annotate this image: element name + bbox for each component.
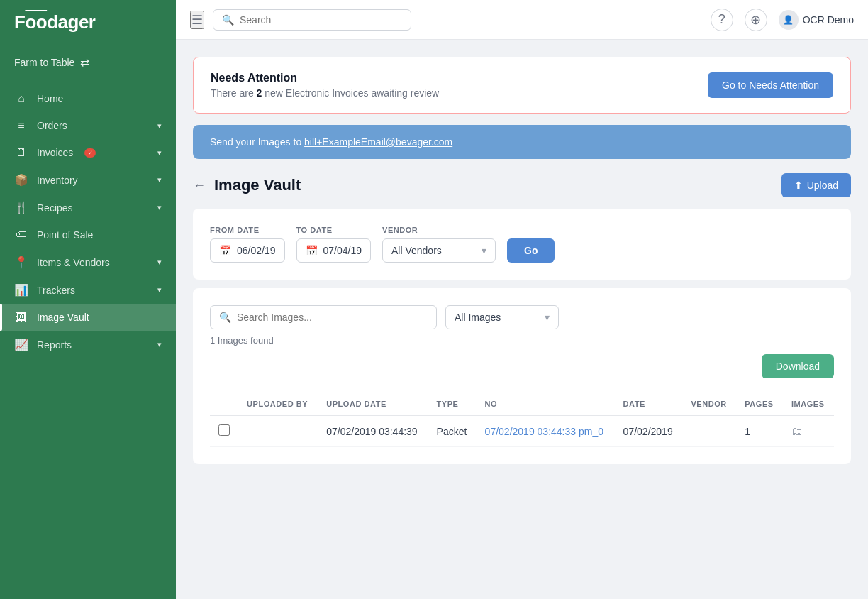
- menu-toggle-button[interactable]: ☰: [190, 11, 204, 29]
- images-table: UPLOADED BY UPLOAD DATE TYPE NO DATE VEN…: [210, 392, 834, 447]
- sidebar-item-orders[interactable]: ≡ Orders ▾: [0, 112, 176, 139]
- vendor-field: VENDOR All Vendors ▾: [382, 226, 496, 263]
- search-images-box: 🔍: [210, 305, 437, 329]
- trackers-icon: 📊: [14, 283, 28, 297]
- sidebar-item-home[interactable]: ⌂ Home: [0, 85, 176, 112]
- home-icon: ⌂: [14, 92, 28, 105]
- vendor-value: All Vendors: [391, 245, 442, 256]
- row-checkbox[interactable]: [218, 424, 230, 436]
- to-date-label: TO DATE: [296, 226, 372, 234]
- table-body: 07/02/2019 03:44:39 Packet 07/02/2019 03…: [210, 416, 834, 447]
- needs-attention-title: Needs Attention: [211, 72, 439, 84]
- items-vendors-icon: 📍: [14, 255, 28, 269]
- help-icon[interactable]: ?: [711, 9, 733, 31]
- row-images[interactable]: 🗂: [783, 416, 834, 447]
- chevron-down-icon: ▾: [157, 148, 162, 158]
- table-row: 07/02/2019 03:44:39 Packet 07/02/2019 03…: [210, 416, 834, 447]
- col-images: IMAGES: [783, 392, 834, 416]
- search-input[interactable]: [240, 14, 402, 26]
- chevron-down-icon: ▾: [157, 340, 162, 349]
- logo-area: Foodager: [0, 0, 176, 45]
- chevron-down-icon: ▾: [482, 245, 486, 256]
- image-vault-icon: 🖼: [14, 311, 28, 324]
- sidebar-item-recipes[interactable]: 🍴 Recipes ▾: [0, 194, 176, 221]
- sidebar-item-items-vendors[interactable]: 📍 Items & Vendors ▾: [0, 248, 176, 276]
- email-banner: Send your Images to bill+ExampleEmail@be…: [193, 125, 851, 159]
- images-type-value: All Images: [455, 312, 501, 323]
- sidebar-item-label: Reports: [37, 339, 72, 351]
- back-button[interactable]: ←: [193, 178, 206, 193]
- sidebar-item-reports[interactable]: 📈 Reports ▾: [0, 331, 176, 358]
- avatar: 👤: [779, 10, 799, 30]
- col-vendor: VENDOR: [682, 392, 736, 416]
- chevron-down-icon: ▾: [157, 203, 162, 212]
- page-title-row: ← Image Vault: [193, 176, 301, 194]
- sidebar-item-label: Trackers: [37, 285, 75, 296]
- row-no[interactable]: 07/02/2019 03:44:33 pm_0: [477, 416, 615, 447]
- chevron-down-icon: ▾: [545, 312, 550, 323]
- sidebar-item-label: Image Vault: [37, 312, 89, 323]
- from-date-field: FROM DATE 📅 06/02/19: [210, 226, 285, 263]
- vendor-select[interactable]: All Vendors ▾: [382, 238, 496, 263]
- sidebar-item-label: Point of Sale: [37, 229, 93, 241]
- page-title: Image Vault: [214, 176, 301, 194]
- calendar-icon: 📅: [219, 245, 231, 256]
- page-header: ← Image Vault ⬆ Upload: [193, 173, 851, 197]
- sidebar-item-label: Inventory: [37, 175, 78, 186]
- chevron-down-icon: ▾: [157, 121, 162, 131]
- swap-icon: ⇄: [80, 55, 89, 69]
- col-upload-date: UPLOAD DATE: [318, 392, 428, 416]
- inventory-icon: 📦: [14, 173, 28, 187]
- images-count: 1 Images found: [210, 335, 834, 346]
- orders-icon: ≡: [14, 119, 28, 132]
- sidebar-item-inventory[interactable]: 📦 Inventory ▾: [0, 166, 176, 194]
- user-name: OCR Demo: [803, 14, 854, 26]
- sidebar-item-label: Recipes: [37, 202, 73, 214]
- row-pages: 1: [736, 416, 783, 447]
- row-upload-date: 07/02/2019 03:44:39: [318, 416, 428, 447]
- topbar-right: ? ⊕ 👤 OCR Demo: [711, 9, 854, 31]
- org-switcher[interactable]: Farm to Table ⇄: [0, 45, 176, 79]
- to-date-input[interactable]: 📅 07/04/19: [296, 238, 372, 263]
- calendar-icon: 📅: [306, 245, 318, 256]
- row-checkbox-cell: [210, 416, 238, 447]
- sidebar-item-label: Home: [37, 93, 63, 104]
- content-area: Needs Attention There are 2 new Electron…: [176, 40, 868, 599]
- go-to-needs-attention-button[interactable]: Go to Needs Attention: [708, 72, 833, 98]
- sidebar-item-trackers[interactable]: 📊 Trackers ▾: [0, 276, 176, 304]
- add-icon[interactable]: ⊕: [745, 9, 767, 31]
- sidebar-item-pos[interactable]: 🏷 Point of Sale: [0, 221, 176, 248]
- email-link[interactable]: bill+ExampleEmail@bevager.com: [304, 136, 452, 148]
- col-no: NO: [477, 392, 615, 416]
- table-header: UPLOADED BY UPLOAD DATE TYPE NO DATE VEN…: [210, 392, 834, 416]
- from-date-input[interactable]: 📅 06/02/19: [210, 238, 285, 263]
- search-icon: 🔍: [222, 14, 234, 26]
- upload-button[interactable]: ⬆ Upload: [781, 173, 851, 197]
- images-type-select[interactable]: All Images ▾: [445, 305, 559, 329]
- upload-label: Upload: [807, 180, 838, 191]
- search-images-input[interactable]: [237, 312, 428, 323]
- chevron-down-icon: ▾: [157, 175, 162, 185]
- search-icon: 🔍: [219, 312, 231, 323]
- download-button[interactable]: Download: [762, 354, 834, 378]
- row-uploaded-by: [238, 416, 318, 447]
- sidebar-item-invoices[interactable]: 🗒 Invoices 2 ▾: [0, 139, 176, 166]
- needs-attention-text: Needs Attention There are 2 new Electron…: [211, 72, 439, 99]
- chevron-down-icon: ▾: [157, 258, 162, 267]
- to-date-value: 07/04/19: [323, 245, 362, 256]
- pos-icon: 🏷: [14, 229, 28, 241]
- col-type: TYPE: [428, 392, 477, 416]
- recipes-icon: 🍴: [14, 201, 28, 214]
- from-date-label: FROM DATE: [210, 226, 285, 234]
- vendor-label: VENDOR: [382, 226, 496, 234]
- needs-attention-banner: Needs Attention There are 2 new Electron…: [193, 57, 851, 114]
- col-pages: PAGES: [736, 392, 783, 416]
- sidebar-nav: ⌂ Home ≡ Orders ▾ 🗒 Invoices 2 ▾ 📦 Inven…: [0, 79, 176, 599]
- col-date: DATE: [615, 392, 683, 416]
- filter-card: FROM DATE 📅 06/02/19 TO DATE 📅 07/04/19 …: [193, 209, 851, 280]
- go-button[interactable]: Go: [507, 238, 555, 263]
- col-uploaded-by: UPLOADED BY: [238, 392, 318, 416]
- sidebar-item-image-vault[interactable]: 🖼 Image Vault: [0, 304, 176, 331]
- sidebar-item-label: Items & Vendors: [37, 257, 110, 268]
- user-menu[interactable]: 👤 OCR Demo: [779, 10, 854, 30]
